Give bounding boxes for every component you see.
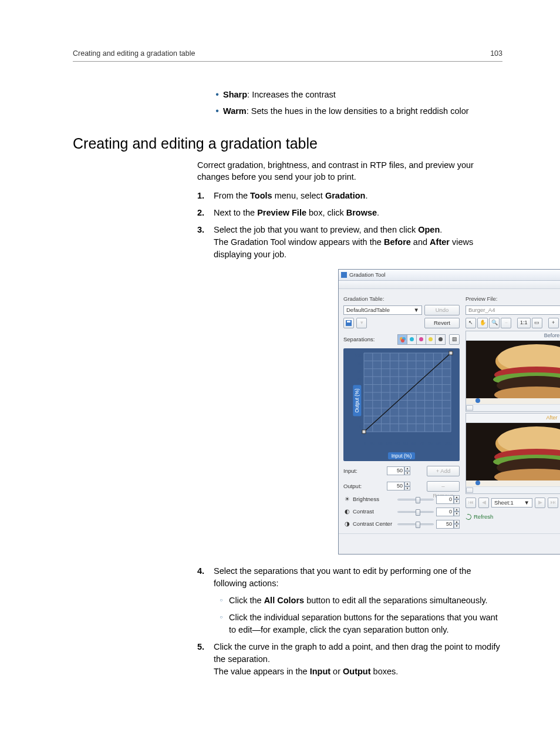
before-image[interactable]: creo [466, 341, 560, 404]
preview-file-label: Preview File: [465, 295, 560, 303]
bullet-icon: • [211, 89, 223, 100]
preview-file-field[interactable]: Burger_A4 [465, 305, 560, 315]
contrast-icon: ◐ [343, 508, 350, 515]
separation-swatches [397, 334, 446, 345]
y-axis-label: Output (%) [353, 385, 361, 416]
output-spinner[interactable]: 50▲▼ [387, 482, 410, 490]
x-ticks: 0102030405060708090100 [364, 441, 452, 447]
contrast-label: Contrast [353, 508, 395, 516]
input-spinner[interactable]: 50▲▼ [387, 466, 410, 475]
substep-individual: ○ Click the individual separation button… [214, 611, 502, 636]
svg-rect-1 [347, 321, 350, 322]
cyan-button[interactable] [407, 335, 417, 344]
after-preview-pane: After [465, 413, 560, 494]
up-arrow-icon[interactable]: ▲ [404, 482, 410, 486]
warm-text: : Sets the hues in the low densities to … [247, 106, 469, 116]
header-page-number: 103 [490, 49, 502, 58]
window-title: Gradation Tool [349, 271, 386, 279]
svg-point-42 [475, 398, 480, 403]
contrast-center-label: Contrast Center [353, 520, 395, 528]
page-header: Creating and editing a gradation table 1… [73, 49, 502, 62]
svg-rect-30 [449, 351, 453, 355]
last-sheet-button[interactable]: ⏭ [548, 498, 558, 508]
save-menu-button[interactable]: ▾ [356, 318, 367, 328]
step-2: Next to the Preview File box, click Brow… [197, 207, 502, 219]
section-title: Creating and editing a gradation table [73, 135, 502, 152]
x-axis-label: Input (%) [388, 452, 416, 459]
curve-svg [350, 351, 453, 441]
step-3: Select the job that you want to preview,… [197, 224, 502, 554]
revert-button[interactable]: Revert [424, 318, 460, 328]
prev-sheet-button[interactable]: ◀ [478, 498, 489, 508]
zoom-out-icon[interactable]: － [501, 318, 511, 328]
separations-label: Separations: [343, 335, 375, 344]
sharp-label: Sharp [223, 90, 247, 99]
gradation-tool-window: Gradation Tool ✕ Gradation Table: Defaul… [338, 269, 560, 554]
refresh-button[interactable]: Refresh [465, 513, 493, 521]
up-arrow-icon[interactable]: ▲ [404, 466, 410, 471]
bullet-warm: • Warm: Sets the hues in the low densiti… [211, 105, 502, 117]
brightness-slider[interactable] [397, 499, 434, 500]
actual-size-button[interactable]: 1:1 [517, 318, 531, 328]
svg-rect-41 [466, 398, 560, 404]
zoom-in-icon[interactable]: 🔍 [489, 318, 500, 328]
step-4: Select the separations that you want to … [197, 565, 502, 636]
before-label: Before [466, 331, 560, 341]
hollow-bullet-icon: ○ [214, 594, 229, 607]
save-icon[interactable] [343, 318, 354, 328]
hollow-bullet-icon: ○ [214, 611, 229, 636]
after-label: After [466, 414, 560, 423]
sharp-text: : Increases the contrast [247, 90, 336, 99]
down-arrow-icon[interactable]: ▼ [404, 471, 410, 476]
bullet-sharp: • Sharp: Increases the contrast [211, 89, 502, 100]
all-colors-button[interactable] [398, 335, 407, 344]
magenta-button[interactable] [417, 335, 426, 344]
hand-tool-icon[interactable]: ✋ [477, 318, 488, 328]
refresh-icon [465, 513, 473, 520]
chevron-down-icon: ▼ [524, 499, 529, 507]
svg-rect-29 [362, 430, 366, 434]
contrast-center-slider[interactable] [397, 523, 434, 525]
gradation-table-select[interactable]: DefaultGradTable ▼ [343, 305, 422, 315]
substep-all-colors: ○ Click the All Colors button to edit al… [214, 594, 502, 607]
yellow-button[interactable] [426, 335, 436, 344]
contrast-center-icon: ◑ [343, 520, 350, 527]
horizontal-scrollbar[interactable] [466, 404, 560, 411]
gradation-table-label: Gradation Table: [343, 295, 460, 303]
expand-separations-button[interactable]: ▨ [449, 334, 460, 345]
contrast-slider[interactable] [397, 511, 434, 513]
brightness-icon: ☀ [343, 496, 350, 503]
down-arrow-icon[interactable]: ▼ [404, 486, 410, 491]
svg-point-4 [401, 339, 404, 342]
output-label: Output: [343, 482, 370, 490]
next-sheet-button[interactable]: ▶ [535, 498, 545, 508]
bullet-icon: • [211, 105, 223, 117]
lead-paragraph: Correct gradation, brightness, and contr… [197, 159, 502, 183]
brightness-label: Brightness [353, 495, 395, 503]
fit-page-icon[interactable]: ▭ [532, 318, 542, 328]
step-1: From the Tools menu, select Gradation. [197, 190, 502, 202]
remove-point-button[interactable]: – Remove [427, 481, 460, 492]
step-5: Click the curve in the graph to add a po… [197, 641, 502, 678]
black-button[interactable] [436, 335, 445, 344]
undo-button[interactable]: Undo [424, 305, 460, 315]
window-toolbar [339, 281, 560, 289]
add-point-button[interactable]: + Add [427, 466, 460, 476]
horizontal-scrollbar[interactable] [466, 486, 560, 493]
zoom-plus-button[interactable]: + [548, 318, 559, 328]
after-image[interactable]: creo [466, 423, 560, 486]
chevron-down-icon: ▼ [414, 306, 419, 314]
svg-rect-53 [466, 480, 560, 486]
header-left: Creating and editing a gradation table [73, 49, 195, 58]
app-icon [341, 272, 347, 278]
before-preview-pane: Before [465, 331, 560, 412]
input-label: Input: [343, 467, 370, 475]
pointer-tool-icon[interactable]: ↖ [465, 318, 476, 328]
warm-label: Warm [223, 106, 247, 116]
svg-point-54 [475, 480, 480, 485]
gradation-curve-graph[interactable]: 1009080706050403020100 [350, 351, 453, 451]
first-sheet-button[interactable]: ⏮ [465, 498, 476, 508]
sheet-select[interactable]: Sheet:1▼ [491, 498, 532, 508]
